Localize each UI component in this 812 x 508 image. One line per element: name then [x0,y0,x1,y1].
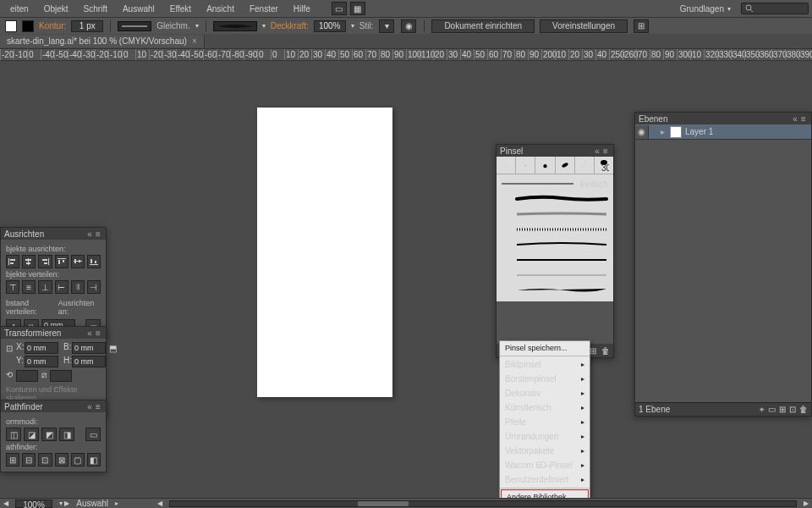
menu-item[interactable]: eiten [3,2,36,16]
link-icon[interactable]: ⬒ [109,344,117,366]
menu-icon[interactable]: ≡ [799,114,808,124]
menu-item[interactable]: Schrift [77,2,114,16]
x-input[interactable] [25,342,58,354]
reference-point-icon[interactable]: ⊡ [6,344,13,366]
dist-bottom-icon[interactable]: ⊥ [38,280,52,294]
brush-item[interactable] [500,237,610,252]
w-input[interactable] [72,342,106,354]
preferences-button[interactable]: Voreinstellungen [540,19,628,33]
menu-bildpinsel[interactable]: Bildpinsel▸ [500,357,590,372]
collapse-icon[interactable]: « [85,329,94,338]
menu-icon[interactable]: ≡ [94,402,102,411]
stroke-width-input[interactable]: 1 px [71,20,103,32]
align-vcenter-icon[interactable] [71,255,85,268]
angle-input[interactable] [16,370,38,382]
collapse-icon[interactable]: « [85,402,94,411]
dist-vcenter-icon[interactable]: ≡ [22,280,36,294]
locate-icon[interactable]: ⌖ [760,405,765,415]
align-hcenter-icon[interactable] [22,255,36,268]
brush-thumb[interactable]: · [497,157,516,174]
rotate-input[interactable]: ⟲ [6,370,13,382]
doc-setup-button[interactable]: Dokument einrichten [431,19,535,33]
menu-wacom[interactable]: Wacom 6D-Pinsel▸ [500,458,590,472]
menu-vektorpakete[interactable]: Vektorpakete▸ [500,444,590,458]
outline-icon[interactable]: ▢ [71,453,85,467]
trim-icon[interactable]: ⊟ [22,453,36,467]
menu-pfeile[interactable]: Pfeile▸ [500,415,590,429]
align-icon[interactable]: ⊞ [634,19,649,33]
style-dropdown[interactable]: ▾ [379,19,394,33]
document-tab[interactable]: skarte-din_lang.ai* bei 100 % (CMYK/Vors… [0,35,205,47]
y-input[interactable] [25,356,58,367]
menu-item[interactable]: Ansicht [200,2,241,16]
brush-dropdown[interactable] [213,21,257,31]
divide-icon[interactable]: ⊞ [6,453,19,467]
brush-item[interactable] [500,252,610,268]
h-input[interactable] [72,356,106,367]
new-sublayer-icon[interactable]: ⊞ [779,405,786,414]
brush-thumb[interactable]: • [516,157,535,174]
menu-icon[interactable]: ≡ [601,146,610,156]
exclude-icon[interactable]: ◨ [59,428,74,441]
menu-icon[interactable]: ≡ [94,229,102,239]
profile-dropdown[interactable] [118,21,151,31]
minus-front-icon[interactable]: ◪ [24,428,39,441]
visibility-icon[interactable]: ◉ [635,125,649,139]
brush-thumb[interactable] [556,157,575,174]
workspace-switcher[interactable]: Grundlagen▾ [675,2,736,16]
brush-thumb[interactable]: ∕ [575,157,595,174]
menu-dekorativ[interactable]: Dekorativ▸ [500,386,590,400]
new-layer-icon[interactable]: ⊡ [789,405,796,414]
menu-borstenpinsel[interactable]: Borstenpinsel▸ [500,372,590,386]
menu-item[interactable]: Effekt [163,2,198,16]
menu-item[interactable]: Objekt [37,2,75,16]
menu-icon[interactable]: ≡ [94,329,102,338]
clip-icon[interactable]: ▭ [768,405,776,414]
dist-right-icon[interactable]: ⊣ [87,280,101,294]
collapse-icon[interactable]: « [85,229,94,239]
close-icon[interactable]: × [192,36,197,46]
collapse-icon[interactable]: « [593,146,601,156]
delete-brush-icon[interactable]: 🗑 [601,346,610,356]
layer-name[interactable]: Layer 1 [685,127,713,136]
stroke-swatch[interactable] [22,20,34,32]
brush-thumb[interactable]: ● [535,157,555,174]
crop-icon[interactable]: ⊠ [55,453,69,467]
new-brush-icon[interactable]: ⊞ [590,346,596,356]
dist-hcenter-icon[interactable]: ⫴ [71,280,85,294]
brush-item[interactable] [500,191,610,207]
layout-icon[interactable]: ▭ [332,2,347,15]
dist-top-icon[interactable]: ⊤ [6,280,19,294]
align-bottom-icon[interactable] [87,255,101,268]
menu-item[interactable]: Auswahl [116,2,162,16]
brush-item[interactable] [500,222,610,237]
minus-back-icon[interactable]: ◧ [87,453,101,467]
brush-item[interactable] [500,268,610,283]
search-input[interactable] [741,3,809,14]
layer-row[interactable]: ◉ ▸ Layer 1 [635,124,811,140]
align-left-icon[interactable] [6,255,19,268]
fill-swatch[interactable] [5,20,17,32]
dist-left-icon[interactable]: ⊢ [55,280,69,294]
brush-item[interactable] [500,207,610,222]
shear-angle-input[interactable] [50,370,72,382]
menu-umrandungen[interactable]: Umrandungen▸ [500,429,590,444]
merge-icon[interactable]: ⊡ [38,453,52,467]
shear-input[interactable]: ⧄ [41,370,47,382]
align-top-icon[interactable] [55,255,69,268]
menu-item[interactable]: Hilfe [287,2,317,16]
zoom-input[interactable]: 100% [15,500,52,508]
expand-button[interactable]: ▭ [85,428,101,441]
menu-save-brushes[interactable]: Pinsel speichern... [500,341,590,355]
scrollbar-h[interactable] [169,500,797,507]
arrange-icon[interactable]: ▦ [350,2,365,15]
menu-item[interactable]: Fenster [243,2,285,16]
unite-icon[interactable]: ◫ [6,428,21,441]
collapse-icon[interactable]: « [791,114,799,124]
intersect-icon[interactable]: ◩ [41,428,57,441]
recolor-icon[interactable]: ◉ [401,19,416,33]
opacity-input[interactable]: 100% [314,20,346,32]
align-right-icon[interactable] [38,255,52,268]
brush-thumb[interactable]: 30 [595,157,613,174]
delete-layer-icon[interactable]: 🗑 [799,405,808,414]
